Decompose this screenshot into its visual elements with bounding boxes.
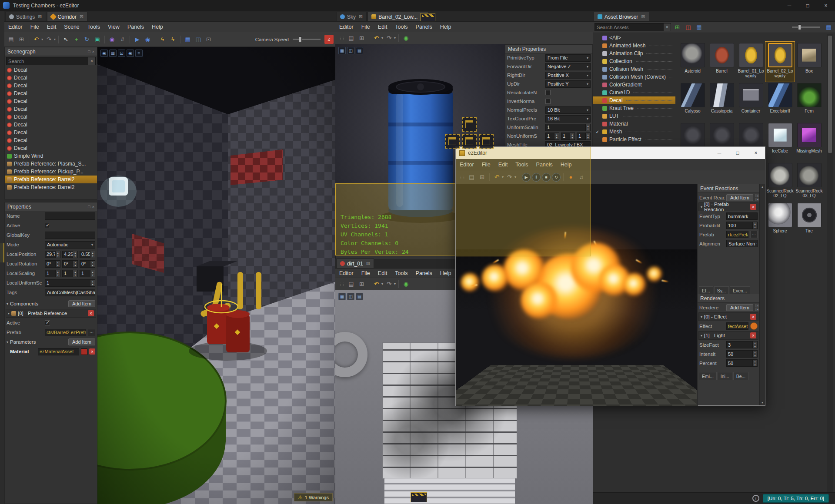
redo-caret-icon[interactable]: ▾ — [54, 37, 56, 41]
document-tab[interactable]: Sky ⊠ — [336, 12, 367, 21]
uniform-scaling-stepper[interactable]: 1▴▾ — [545, 124, 591, 131]
normal-precision-dropdown[interactable]: 10 Bit▾ — [545, 106, 591, 114]
scenegraph-item[interactable]: Decal — [5, 113, 97, 121]
asset-item[interactable]: Tire — [795, 202, 824, 242]
tags-dropdown[interactable]: AutoColMesh|CastShadow▾ — [45, 289, 95, 296]
dock-target-top[interactable] — [462, 117, 477, 132]
material-asset-field[interactable]: ezMaterialAsset — [38, 348, 79, 355]
asset-item[interactable]: Sphere — [765, 202, 795, 242]
save-all-icon[interactable]: ⊞ — [17, 35, 26, 44]
thumbnail-size-slider[interactable] — [792, 27, 820, 28]
asset-type-item[interactable]: Decal — [593, 96, 675, 104]
dock-scrollbar[interactable]: ▴▾ — [759, 184, 765, 405]
redo-caret-icon[interactable]: ▾ — [514, 175, 516, 179]
camera-speed-knob[interactable] — [299, 36, 302, 42]
save-icon[interactable]: ▤ — [467, 172, 476, 182]
position-x-stepper[interactable]: 29.7▴▾ — [45, 251, 60, 258]
menu-item[interactable]: Panels — [412, 269, 436, 278]
delete-component-button[interactable]: × — [88, 310, 94, 316]
save-icon[interactable]: ▤ — [347, 33, 356, 43]
component-active-checkbox[interactable] — [45, 320, 50, 325]
mode-dropdown[interactable]: Automatic▾ — [45, 241, 95, 249]
browse-asset-button[interactable]: ⋯ — [750, 231, 758, 238]
remove-material-button[interactable]: × — [89, 348, 95, 355]
tab-close-icon[interactable]: ⊠ — [641, 14, 645, 20]
close-panel-icon[interactable]: × — [92, 205, 94, 209]
redo-icon[interactable]: ↷ — [44, 35, 53, 44]
expand-caret-icon[interactable]: ▾ — [7, 340, 8, 344]
audio-mute-icon[interactable]: ♫ — [324, 35, 334, 44]
document-tab[interactable]: Corridor ⊠ — [47, 12, 88, 21]
material-swatch[interactable] — [81, 348, 87, 355]
scenegraph-item[interactable]: Decal — [5, 66, 97, 74]
asset-item[interactable]: IceCube — [765, 122, 795, 162]
undo-icon[interactable]: ↶ — [372, 33, 381, 43]
position-y-stepper[interactable]: 4.25▴▾ — [62, 251, 78, 258]
undo-icon[interactable]: ↶ — [32, 35, 41, 44]
percent-stepper[interactable]: 50▴▾ — [726, 359, 758, 367]
scenegraph-item[interactable]: Decal — [5, 82, 97, 90]
asset-scrollbar[interactable] — [827, 34, 833, 492]
menu-item[interactable]: Editor — [335, 269, 357, 278]
layout-quad-icon[interactable]: ▤ — [356, 293, 363, 300]
expand-caret-icon[interactable]: ▾ — [7, 302, 8, 306]
primitive-type-dropdown[interactable]: From File▾ — [545, 54, 591, 62]
tab-close-icon[interactable]: ⊠ — [38, 14, 42, 20]
add-renderer-button[interactable]: Add Item — [726, 304, 753, 311]
collapsed-panel-tab[interactable] — [0, 243, 4, 262]
effect-renderer-group[interactable]: ▾ [0] - Effect × — [698, 312, 758, 321]
maximize-button[interactable]: □ — [798, 0, 817, 11]
undo-caret-icon[interactable]: ▾ — [381, 36, 383, 40]
asset-item[interactable]: ExcelsiorII — [765, 82, 795, 122]
globe-icon[interactable]: ◉ — [401, 33, 411, 43]
size-factor-stepper[interactable]: 3▴▾ — [726, 341, 758, 348]
menu-item[interactable]: Panels — [412, 22, 436, 32]
scenegraph-item[interactable]: Decal — [5, 97, 97, 105]
asset-item[interactable]: Fern — [795, 82, 824, 122]
asset-type-item[interactable]: LUT — [593, 112, 675, 120]
undo-caret-icon[interactable]: ▾ — [502, 175, 504, 179]
scenegraph-item[interactable]: Simple Wind — [5, 152, 97, 160]
layout-single-icon[interactable]: ▦ — [338, 293, 346, 300]
select-cursor-icon[interactable]: ↖ — [61, 35, 70, 44]
particle-preview-viewport[interactable] — [456, 184, 698, 406]
menu-item[interactable]: View — [104, 22, 124, 32]
asset-type-item[interactable]: Kraut Tree — [593, 104, 675, 112]
probability-stepper[interactable]: 100▴▾ — [726, 222, 758, 229]
property-tab[interactable]: Be... — [733, 372, 749, 380]
snap-settings-icon[interactable]: # — [118, 35, 127, 44]
collapse-caret-icon[interactable]: ▾ — [8, 312, 10, 315]
collapse-caret-icon[interactable]: ▾ — [701, 334, 702, 338]
property-tab[interactable]: Emi... — [699, 372, 717, 380]
scenegraph-item[interactable]: Decal — [5, 136, 97, 144]
alignment-dropdown[interactable]: Surface Non▾ — [726, 240, 758, 247]
search-clear-icon[interactable]: × — [88, 57, 95, 65]
eye-icon[interactable]: ◉ — [100, 50, 108, 57]
save-all-icon[interactable]: ⊞ — [478, 172, 487, 182]
close-button[interactable]: × — [817, 0, 835, 11]
float-panel-icon[interactable]: □ — [88, 50, 90, 54]
tab-close-icon[interactable]: ⊠ — [80, 14, 84, 20]
camera-speed-slider[interactable] — [293, 39, 321, 40]
asset-browser-tab[interactable]: Asset Browser ⊠ — [594, 12, 649, 21]
asset-item[interactable]: Barrel — [707, 42, 736, 82]
asset-item[interactable]: Asteroid — [678, 42, 707, 82]
asset-item[interactable]: ScannedRock02_LQ — [765, 162, 795, 202]
add-parameter-button[interactable]: Add Item — [68, 338, 95, 345]
asset-item[interactable]: Cassiopeia — [707, 82, 736, 122]
undo-caret-icon[interactable]: ▾ — [381, 282, 383, 286]
asset-item[interactable]: Calypso — [678, 82, 707, 122]
asset-item[interactable]: Container — [736, 82, 765, 122]
undo-icon[interactable]: ↶ — [372, 279, 381, 288]
delete-reaction-button[interactable]: × — [750, 204, 756, 210]
view-mode-icon[interactable]: ▦ — [695, 23, 704, 32]
asset-type-item[interactable]: Particle Effect — [593, 136, 675, 143]
play-button[interactable]: ▶ — [522, 173, 531, 182]
asset-type-item[interactable]: Curve1D — [593, 89, 675, 96]
document-tab[interactable]: dirt_01 ⊠ — [336, 259, 374, 268]
render-mode-icon[interactable]: ◫ — [194, 35, 203, 44]
property-tab[interactable]: Even... — [730, 286, 750, 294]
collapse-caret-icon[interactable]: ▾ — [701, 315, 702, 319]
close-button[interactable]: × — [747, 147, 765, 159]
document-tab[interactable]: Barrel_02_Low... ⊠ — [367, 12, 428, 21]
